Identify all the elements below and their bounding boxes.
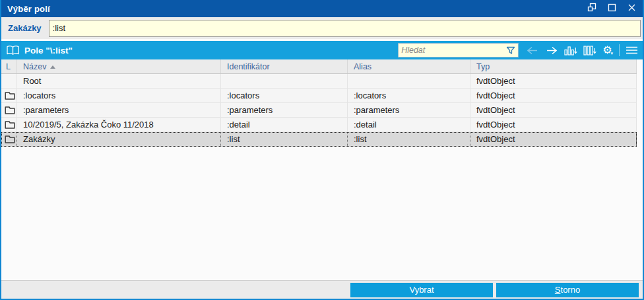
restore-window-button[interactable]	[583, 1, 600, 16]
footer-bar: Vybrat Storno	[1, 280, 643, 299]
search-box	[398, 43, 519, 57]
maximize-window-button[interactable]	[603, 1, 620, 16]
select-button[interactable]: Vybrat	[350, 283, 493, 297]
row-alias-cell: :locators	[348, 89, 470, 102]
column-header-identifikator[interactable]: Identifikátor	[221, 59, 348, 73]
table-row[interactable]: :parameters :parameters :parameters fvdt…	[1, 103, 637, 118]
search-input[interactable]	[401, 46, 506, 55]
row-alias-cell: :detail	[348, 118, 470, 131]
dropdown-caret-icon: ▾	[610, 51, 613, 57]
row-name-cell: Zakázky	[17, 132, 221, 146]
folder-icon	[5, 91, 15, 100]
row-identifier-cell: :detail	[221, 118, 348, 131]
menu-icon[interactable]	[626, 43, 638, 57]
row-type-cell	[1, 89, 17, 102]
row-typ-cell: fvdtObject	[470, 132, 637, 146]
maximize-icon	[608, 3, 616, 15]
row-alias-cell: :list	[348, 132, 470, 146]
row-identifier-cell	[221, 74, 348, 88]
column-header-nazev[interactable]: Název	[17, 59, 221, 73]
window-controls	[583, 1, 640, 16]
panel-toolbar: ⚙▾	[526, 43, 638, 57]
row-alias-cell	[348, 74, 470, 88]
folder-icon	[5, 135, 15, 143]
fields-table: L Název Identifikátor Alias Typ Root fvd…	[1, 59, 643, 280]
row-alias-cell: :parameters	[348, 103, 470, 117]
row-type-cell	[1, 74, 17, 88]
row-name-cell: :parameters	[17, 103, 221, 117]
row-identifier-cell: :parameters	[221, 103, 348, 117]
row-name-cell: Root	[17, 74, 221, 88]
row-identifier-cell: :list	[221, 132, 348, 146]
column-chooser-icon[interactable]	[583, 43, 596, 57]
panel-header: Pole "\:list"	[1, 41, 643, 59]
back-arrow-icon[interactable]	[526, 43, 539, 57]
open-book-icon[interactable]	[6, 43, 20, 57]
row-typ-cell: fvdtObject	[470, 103, 637, 117]
field-strip: Zakázky	[1, 17, 643, 39]
title-bar: Výběr polí	[1, 0, 643, 17]
row-typ-cell: fvdtObject	[470, 118, 637, 131]
row-name-cell: 10/2019/5, Zakázka Čoko 11/2018	[17, 118, 221, 131]
settings-gear-icon[interactable]: ⚙▾	[602, 43, 613, 57]
folder-icon	[5, 106, 15, 114]
field-label: Zakázky	[8, 23, 42, 33]
row-typ-cell: fvdtObject	[470, 89, 637, 102]
row-type-cell	[1, 132, 17, 146]
folder-icon	[5, 120, 15, 129]
window-title: Výběr polí	[7, 4, 50, 14]
table-row[interactable]: Root fvdtObject	[1, 74, 637, 89]
chart-columns-icon[interactable]	[564, 43, 577, 57]
row-name-cell: :locators	[17, 89, 221, 102]
filter-funnel-icon[interactable]	[506, 43, 515, 57]
table-row[interactable]: 10/2019/5, Zakázka Čoko 11/2018 :detail …	[1, 118, 637, 132]
cancel-button[interactable]: Storno	[496, 283, 639, 297]
forward-arrow-icon[interactable]	[545, 43, 558, 57]
column-header-l[interactable]: L	[1, 59, 17, 73]
table-body: Root fvdtObject :locators :locators :loc…	[1, 74, 643, 147]
table-row[interactable]: Zakázky :list :list fvdtObject	[1, 132, 637, 147]
restore-icon	[587, 3, 596, 15]
row-type-cell	[1, 103, 17, 117]
panel-title: Pole "\:list"	[24, 46, 73, 56]
close-icon	[628, 3, 636, 15]
table-row[interactable]: :locators :locators :locators fvdtObject	[1, 89, 637, 103]
field-value-input[interactable]	[49, 20, 641, 37]
table-header-row: L Název Identifikátor Alias Typ	[1, 59, 637, 74]
row-type-cell	[1, 118, 17, 131]
column-header-alias[interactable]: Alias	[348, 59, 470, 73]
sort-ascending-icon	[50, 65, 55, 69]
dialog-window: Výběr polí	[0, 0, 644, 300]
toolbar-divider	[619, 44, 620, 56]
column-header-typ[interactable]: Typ	[470, 59, 637, 73]
row-identifier-cell: :locators	[221, 89, 348, 102]
close-window-button[interactable]	[623, 1, 640, 16]
row-typ-cell: fvdtObject	[470, 74, 637, 88]
